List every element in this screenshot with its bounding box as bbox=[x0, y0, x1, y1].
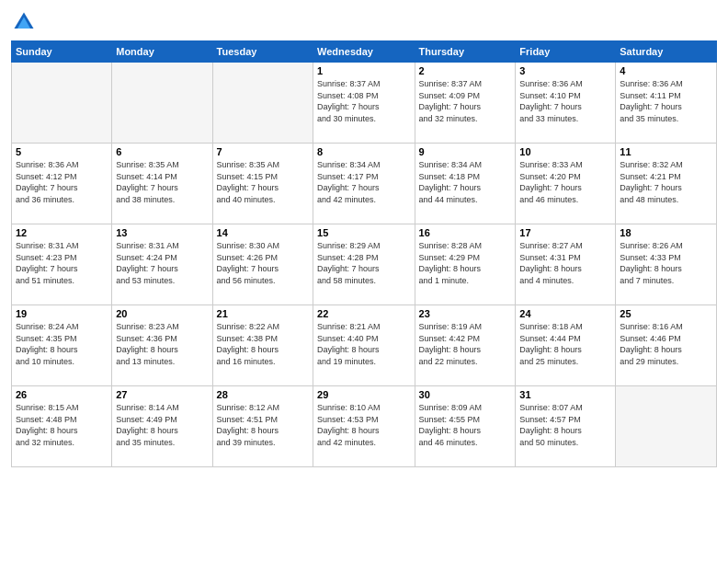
calendar-cell bbox=[12, 63, 112, 144]
day-info: Sunrise: 8:24 AM Sunset: 4:35 PM Dayligh… bbox=[16, 321, 108, 367]
day-number: 5 bbox=[16, 146, 108, 157]
day-number: 1 bbox=[317, 65, 410, 76]
calendar-week-row: 19Sunrise: 8:24 AM Sunset: 4:35 PM Dayli… bbox=[12, 305, 717, 386]
calendar-cell: 2Sunrise: 8:37 AM Sunset: 4:09 PM Daylig… bbox=[415, 63, 516, 144]
day-info: Sunrise: 8:36 AM Sunset: 4:11 PM Dayligh… bbox=[620, 78, 712, 124]
day-info: Sunrise: 8:15 AM Sunset: 4:48 PM Dayligh… bbox=[16, 402, 108, 448]
day-number: 8 bbox=[317, 146, 410, 157]
day-info: Sunrise: 8:32 AM Sunset: 4:21 PM Dayligh… bbox=[620, 159, 712, 205]
day-number: 16 bbox=[419, 227, 512, 238]
calendar-cell: 21Sunrise: 8:22 AM Sunset: 4:38 PM Dayli… bbox=[212, 305, 313, 386]
day-info: Sunrise: 8:31 AM Sunset: 4:23 PM Dayligh… bbox=[16, 240, 108, 286]
day-number: 13 bbox=[116, 227, 208, 238]
day-number: 27 bbox=[116, 389, 208, 400]
day-number: 2 bbox=[419, 65, 512, 76]
calendar-cell: 7Sunrise: 8:35 AM Sunset: 4:15 PM Daylig… bbox=[212, 144, 313, 224]
calendar-cell: 19Sunrise: 8:24 AM Sunset: 4:35 PM Dayli… bbox=[12, 305, 112, 386]
day-info: Sunrise: 8:35 AM Sunset: 4:15 PM Dayligh… bbox=[217, 159, 309, 205]
calendar-cell bbox=[212, 63, 313, 144]
calendar-cell: 26Sunrise: 8:15 AM Sunset: 4:48 PM Dayli… bbox=[12, 386, 112, 467]
day-info: Sunrise: 8:35 AM Sunset: 4:14 PM Dayligh… bbox=[116, 159, 208, 205]
calendar-cell: 8Sunrise: 8:34 AM Sunset: 4:17 PM Daylig… bbox=[313, 144, 415, 224]
day-info: Sunrise: 8:36 AM Sunset: 4:10 PM Dayligh… bbox=[519, 78, 611, 124]
day-number: 9 bbox=[419, 146, 512, 157]
day-info: Sunrise: 8:10 AM Sunset: 4:53 PM Dayligh… bbox=[317, 402, 410, 448]
calendar-cell: 16Sunrise: 8:28 AM Sunset: 4:29 PM Dayli… bbox=[415, 224, 516, 305]
calendar-cell: 18Sunrise: 8:26 AM Sunset: 4:33 PM Dayli… bbox=[616, 224, 717, 305]
day-info: Sunrise: 8:09 AM Sunset: 4:55 PM Dayligh… bbox=[419, 402, 512, 448]
day-number: 11 bbox=[620, 146, 712, 157]
calendar-header-sunday: Sunday bbox=[12, 41, 112, 63]
day-number: 30 bbox=[419, 389, 512, 400]
calendar-cell: 1Sunrise: 8:37 AM Sunset: 4:08 PM Daylig… bbox=[313, 63, 415, 144]
day-info: Sunrise: 8:23 AM Sunset: 4:36 PM Dayligh… bbox=[116, 321, 208, 367]
day-info: Sunrise: 8:31 AM Sunset: 4:24 PM Dayligh… bbox=[116, 240, 208, 286]
calendar-cell: 27Sunrise: 8:14 AM Sunset: 4:49 PM Dayli… bbox=[112, 386, 212, 467]
calendar-cell: 12Sunrise: 8:31 AM Sunset: 4:23 PM Dayli… bbox=[12, 224, 112, 305]
day-number: 6 bbox=[116, 146, 208, 157]
calendar-cell: 28Sunrise: 8:12 AM Sunset: 4:51 PM Dayli… bbox=[212, 386, 313, 467]
day-number: 22 bbox=[317, 308, 410, 319]
calendar-table: SundayMondayTuesdayWednesdayThursdayFrid… bbox=[11, 40, 717, 467]
day-info: Sunrise: 8:12 AM Sunset: 4:51 PM Dayligh… bbox=[217, 402, 309, 448]
calendar-cell: 10Sunrise: 8:33 AM Sunset: 4:20 PM Dayli… bbox=[516, 144, 616, 224]
day-number: 12 bbox=[16, 227, 108, 238]
day-info: Sunrise: 8:34 AM Sunset: 4:17 PM Dayligh… bbox=[317, 159, 410, 205]
day-number: 20 bbox=[116, 308, 208, 319]
calendar-cell: 30Sunrise: 8:09 AM Sunset: 4:55 PM Dayli… bbox=[415, 386, 516, 467]
day-number: 19 bbox=[16, 308, 108, 319]
calendar-header-monday: Monday bbox=[112, 41, 212, 63]
day-number: 7 bbox=[217, 146, 309, 157]
calendar-cell: 31Sunrise: 8:07 AM Sunset: 4:57 PM Dayli… bbox=[516, 386, 616, 467]
calendar-week-row: 5Sunrise: 8:36 AM Sunset: 4:12 PM Daylig… bbox=[12, 144, 717, 224]
day-info: Sunrise: 8:33 AM Sunset: 4:20 PM Dayligh… bbox=[519, 159, 611, 205]
day-number: 28 bbox=[217, 389, 309, 400]
calendar-header-thursday: Thursday bbox=[415, 41, 516, 63]
day-number: 26 bbox=[16, 389, 108, 400]
day-number: 25 bbox=[620, 308, 712, 319]
day-number: 4 bbox=[620, 65, 712, 76]
calendar-cell: 22Sunrise: 8:21 AM Sunset: 4:40 PM Dayli… bbox=[313, 305, 415, 386]
day-info: Sunrise: 8:16 AM Sunset: 4:46 PM Dayligh… bbox=[620, 321, 712, 367]
day-number: 3 bbox=[519, 65, 611, 76]
day-info: Sunrise: 8:26 AM Sunset: 4:33 PM Dayligh… bbox=[620, 240, 712, 286]
page-container: SundayMondayTuesdayWednesdayThursdayFrid… bbox=[0, 0, 728, 563]
calendar-header-tuesday: Tuesday bbox=[212, 41, 313, 63]
day-number: 24 bbox=[519, 308, 611, 319]
calendar-cell: 24Sunrise: 8:18 AM Sunset: 4:44 PM Dayli… bbox=[516, 305, 616, 386]
calendar-week-row: 1Sunrise: 8:37 AM Sunset: 4:08 PM Daylig… bbox=[12, 63, 717, 144]
calendar-week-row: 26Sunrise: 8:15 AM Sunset: 4:48 PM Dayli… bbox=[12, 386, 717, 467]
day-info: Sunrise: 8:22 AM Sunset: 4:38 PM Dayligh… bbox=[217, 321, 309, 367]
calendar-header-wednesday: Wednesday bbox=[313, 41, 415, 63]
day-number: 10 bbox=[519, 146, 611, 157]
day-info: Sunrise: 8:30 AM Sunset: 4:26 PM Dayligh… bbox=[217, 240, 309, 286]
day-number: 31 bbox=[519, 389, 611, 400]
logo bbox=[11, 9, 40, 35]
day-number: 17 bbox=[519, 227, 611, 238]
calendar-cell: 13Sunrise: 8:31 AM Sunset: 4:24 PM Dayli… bbox=[112, 224, 212, 305]
day-number: 23 bbox=[419, 308, 512, 319]
calendar-week-row: 12Sunrise: 8:31 AM Sunset: 4:23 PM Dayli… bbox=[12, 224, 717, 305]
calendar-cell: 6Sunrise: 8:35 AM Sunset: 4:14 PM Daylig… bbox=[112, 144, 212, 224]
calendar-cell: 11Sunrise: 8:32 AM Sunset: 4:21 PM Dayli… bbox=[616, 144, 717, 224]
calendar-cell: 15Sunrise: 8:29 AM Sunset: 4:28 PM Dayli… bbox=[313, 224, 415, 305]
calendar-cell bbox=[112, 63, 212, 144]
calendar-header-row: SundayMondayTuesdayWednesdayThursdayFrid… bbox=[12, 41, 717, 63]
calendar-header-friday: Friday bbox=[516, 41, 616, 63]
day-info: Sunrise: 8:27 AM Sunset: 4:31 PM Dayligh… bbox=[519, 240, 611, 286]
day-number: 18 bbox=[620, 227, 712, 238]
calendar-cell bbox=[616, 386, 717, 467]
calendar-header-saturday: Saturday bbox=[616, 41, 717, 63]
day-info: Sunrise: 8:21 AM Sunset: 4:40 PM Dayligh… bbox=[317, 321, 410, 367]
day-info: Sunrise: 8:37 AM Sunset: 4:08 PM Dayligh… bbox=[317, 78, 410, 124]
page-header bbox=[11, 9, 717, 35]
calendar-cell: 17Sunrise: 8:27 AM Sunset: 4:31 PM Dayli… bbox=[516, 224, 616, 305]
day-info: Sunrise: 8:19 AM Sunset: 4:42 PM Dayligh… bbox=[419, 321, 512, 367]
day-info: Sunrise: 8:37 AM Sunset: 4:09 PM Dayligh… bbox=[419, 78, 512, 124]
day-number: 15 bbox=[317, 227, 410, 238]
calendar-cell: 29Sunrise: 8:10 AM Sunset: 4:53 PM Dayli… bbox=[313, 386, 415, 467]
day-info: Sunrise: 8:36 AM Sunset: 4:12 PM Dayligh… bbox=[16, 159, 108, 205]
day-info: Sunrise: 8:18 AM Sunset: 4:44 PM Dayligh… bbox=[519, 321, 611, 367]
calendar-cell: 4Sunrise: 8:36 AM Sunset: 4:11 PM Daylig… bbox=[616, 63, 717, 144]
day-info: Sunrise: 8:07 AM Sunset: 4:57 PM Dayligh… bbox=[519, 402, 611, 448]
